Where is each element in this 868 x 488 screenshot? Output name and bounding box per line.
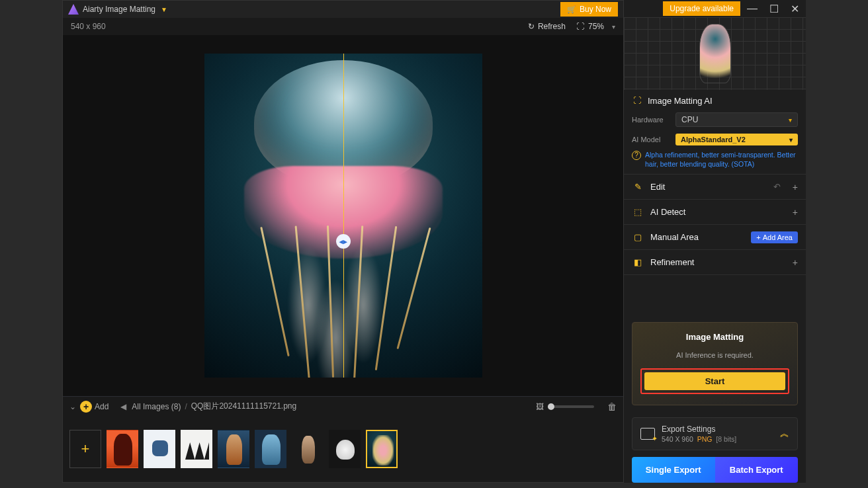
zoom-control[interactable]: ⛶ 75% ▾ [576, 22, 615, 31]
model-caret-icon: ▾ [789, 136, 793, 143]
edit-icon: ✎ [632, 182, 644, 192]
manual-area-panel[interactable]: ▢ Manual Area + Add Area [624, 225, 806, 250]
main-image-preview[interactable]: ◂▸ [204, 54, 482, 378]
model-label: AI Model [632, 136, 670, 143]
export-bits: [8 bits] [716, 435, 736, 443]
delete-icon[interactable]: 🗑 [607, 401, 617, 412]
refresh-label: Refresh [538, 22, 566, 31]
zoom-caret-icon: ▾ [612, 23, 615, 30]
thumbnail-2[interactable] [144, 430, 175, 468]
app-title: Aiarty Image Matting [83, 5, 155, 14]
thumbnail-8-selected[interactable] [366, 430, 398, 468]
refinement-expand-icon[interactable]: + [793, 257, 798, 268]
undo-icon[interactable]: ↶ [773, 182, 781, 192]
info-icon[interactable]: ? [632, 151, 641, 160]
start-title: Image Matting [640, 332, 789, 342]
canvas-toolbar: 540 x 960 ↻ Refresh ⛶ 75% ▾ [63, 18, 623, 35]
export-buttons: Single Export Batch Export [632, 457, 798, 483]
minimize-icon[interactable]: — [747, 3, 758, 15]
start-button[interactable]: Start [644, 372, 785, 390]
model-note-text: Alpha refinement, better semi-transparen… [645, 151, 796, 168]
thumbnail-3[interactable] [181, 430, 212, 468]
add-tile-button[interactable]: + [69, 430, 101, 468]
title-dropdown-icon[interactable]: ▼ [161, 6, 167, 13]
compare-divider[interactable] [343, 54, 344, 378]
manual-area-icon: ▢ [632, 232, 644, 242]
matting-ai-icon: ⛶ [632, 95, 642, 106]
ai-detect-panel[interactable]: ⬚ AI Detect + [624, 200, 806, 225]
model-note: ? Alpha refinement, better semi-transpar… [632, 150, 798, 169]
upgrade-button[interactable]: Upgrade available [663, 1, 740, 16]
maximize-icon[interactable]: ☐ [769, 3, 779, 15]
result-preview [624, 17, 806, 90]
canvas-area: ◂▸ [63, 35, 623, 396]
manual-area-label: Manual Area [650, 232, 699, 242]
export-settings-icon [640, 428, 655, 440]
ai-detect-label: AI Detect [650, 207, 685, 217]
compare-handle-icon[interactable]: ◂▸ [336, 234, 351, 249]
refinement-panel[interactable]: ◧ Refinement + [624, 250, 806, 275]
zoom-value: 75% [588, 22, 604, 31]
start-button-label: Start [705, 376, 725, 386]
thumbnail-6[interactable] [292, 430, 324, 468]
edit-label: Edit [650, 182, 665, 192]
export-format: PNG [697, 435, 713, 443]
matting-ai-section: ⛶ Image Matting AI Hardware CPU ▾ AI Mod… [624, 90, 806, 175]
hardware-caret-icon: ▾ [789, 116, 792, 124]
thumbnail-size-slider[interactable] [548, 405, 594, 408]
back-arrow-icon[interactable]: ◀ [120, 402, 126, 411]
start-panel: Image Matting AI Inference is required. … [632, 322, 798, 405]
add-area-label: Add Area [763, 233, 793, 241]
result-preview-thumbnail [699, 24, 731, 83]
export-size: 540 X 960 [662, 435, 693, 443]
thumbnail-view-icon[interactable]: 🖼 [536, 402, 544, 411]
thumbnail-1[interactable] [107, 430, 138, 468]
zoom-focus-icon: ⛶ [576, 22, 584, 31]
hardware-label: Hardware [632, 116, 670, 124]
refresh-button[interactable]: ↻ Refresh [528, 22, 566, 31]
model-select[interactable]: AlphaStandard_V2 ▾ [675, 134, 798, 145]
export-settings-label: Export Settings [662, 425, 736, 434]
refinement-icon: ◧ [632, 257, 644, 267]
window-controls-bar: Upgrade available — ☐ ✕ [624, 0, 806, 17]
footer-bar: ⌄ + Add ◀ All Images (8) / QQ图片202411111… [63, 396, 623, 416]
collapse-icon[interactable]: ⌄ [69, 402, 76, 411]
edit-expand-icon[interactable]: + [793, 182, 798, 192]
ai-detect-icon: ⬚ [632, 207, 644, 217]
title-bar: Aiarty Image Matting ▼ Buy Now [63, 1, 623, 18]
thumbnail-7[interactable] [329, 430, 361, 468]
thumbnail-4[interactable] [218, 430, 249, 468]
export-expand-icon[interactable]: ︽ [780, 428, 789, 440]
add-label: Add [95, 402, 108, 411]
app-logo-icon [68, 4, 79, 15]
thumbnail-5[interactable] [255, 430, 286, 468]
matting-ai-title: Image Matting AI [648, 96, 713, 106]
add-area-plus-icon: + [756, 233, 760, 241]
add-area-button[interactable]: + Add Area [751, 231, 798, 243]
close-icon[interactable]: ✕ [791, 3, 799, 15]
breadcrumb-current-file: QQ图片20241111115721.png [191, 401, 296, 412]
add-image-button[interactable]: + [80, 401, 92, 413]
hardware-select[interactable]: CPU ▾ [675, 112, 798, 127]
start-note: AI Inference is required. [640, 351, 789, 359]
model-value: AlphaStandard_V2 [681, 136, 746, 143]
single-export-button[interactable]: Single Export [632, 457, 715, 483]
batch-export-label: Batch Export [730, 465, 783, 475]
refinement-label: Refinement [650, 257, 694, 267]
export-settings-panel[interactable]: Export Settings 540 X 960 PNG [8 bits] ︽ [632, 417, 798, 450]
image-dimensions: 540 x 960 [71, 22, 106, 31]
batch-export-button[interactable]: Batch Export [715, 457, 799, 483]
single-export-label: Single Export [646, 465, 701, 475]
cart-icon [567, 5, 576, 14]
start-highlight-frame: Start [640, 368, 789, 394]
buy-now-label: Buy Now [580, 5, 611, 14]
refresh-icon: ↻ [528, 22, 535, 31]
hardware-value: CPU [681, 115, 698, 124]
breadcrumb-separator: / [185, 402, 187, 411]
breadcrumb-all-images[interactable]: All Images (8) [132, 402, 181, 411]
edit-panel[interactable]: ✎ Edit ↶ + [624, 175, 806, 200]
ai-detect-expand-icon[interactable]: + [793, 207, 798, 218]
thumbnail-strip: + [63, 416, 623, 482]
buy-now-button[interactable]: Buy Now [560, 2, 618, 17]
upgrade-label: Upgrade available [670, 4, 734, 13]
